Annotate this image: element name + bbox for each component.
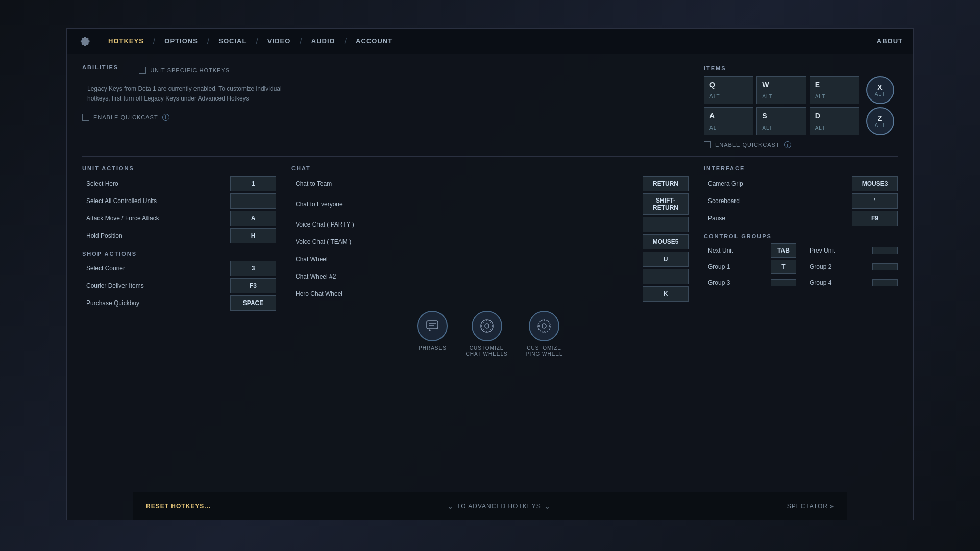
nav-options[interactable]: OPTIONS: [155, 37, 207, 45]
scoreboard-row: Scoreboard ': [704, 193, 898, 209]
hotkey-row-select-all: Select All Controlled Units: [82, 193, 276, 209]
chat-team-key[interactable]: RETURN: [643, 176, 689, 191]
chat-wheel-label: Chat Wheel: [291, 253, 643, 266]
group2-key[interactable]: [872, 263, 898, 270]
cg-row-2: Group 1 T Group 2: [704, 260, 898, 274]
item-key-z[interactable]: Z ALT: [866, 107, 894, 135]
nav-social[interactable]: SOCIAL: [209, 37, 256, 45]
group3-key[interactable]: [771, 279, 796, 286]
svg-point-15: [542, 324, 546, 328]
hotkey-row-quickbuy: Purchase Quickbuy SPACE: [82, 295, 276, 311]
nav-audio[interactable]: AUDIO: [302, 37, 345, 45]
camera-grip-row: Camera Grip MOUSE3: [704, 176, 898, 191]
select-all-key[interactable]: [230, 193, 276, 209]
camera-grip-key[interactable]: MOUSE3: [852, 176, 898, 191]
chat-wheel2-label: Chat Wheel #2: [291, 270, 643, 283]
items-quickcast-checkbox[interactable]: [704, 141, 711, 148]
abilities-section: ABILITIES UNIT SPECIFIC HOTKEYS Legacy K…: [82, 64, 689, 148]
chat-row-hero-wheel: Hero Chat Wheel K: [291, 286, 689, 302]
group4-label: Group 4: [805, 276, 872, 289]
nav-hotkeys[interactable]: HOTKEYS: [99, 37, 153, 45]
control-groups-title: CONTROL GROUPS: [704, 233, 898, 239]
reset-hotkeys-button[interactable]: RESET HOTKEYS...: [146, 503, 211, 510]
unit-actions-title: UNIT ACTIONS: [82, 165, 134, 171]
next-unit-key[interactable]: TAB: [771, 243, 796, 258]
courier-deliver-key[interactable]: F3: [230, 278, 276, 293]
bottom-bar: RESET HOTKEYS... ⌄ TO ADVANCED HOTKEYS ⌄…: [133, 492, 847, 520]
abilities-quickcast-checkbox[interactable]: [82, 114, 89, 121]
chat-wheel2-key[interactable]: [643, 269, 689, 284]
customize-ping-wheel-item[interactable]: CUSTOMIZE PING WHEEL: [526, 311, 563, 357]
chat-icons: PHRASES: [291, 311, 689, 357]
scoreboard-key[interactable]: ': [852, 193, 898, 209]
hold-position-key[interactable]: H: [230, 228, 276, 243]
attack-move-key[interactable]: A: [230, 211, 276, 226]
chat-wheel-key[interactable]: U: [643, 252, 689, 267]
select-courier-label: Select Courier: [82, 262, 230, 275]
svg-line-10: [482, 322, 483, 323]
item-key-q[interactable]: Q ALT: [704, 76, 753, 104]
item-key-x[interactable]: X ALT: [866, 76, 894, 104]
prev-unit-key[interactable]: [872, 247, 898, 254]
group4-key[interactable]: [872, 279, 898, 286]
item-key-x-container: X ALT: [862, 76, 898, 104]
select-all-label: Select All Controlled Units: [82, 194, 230, 208]
select-hero-key[interactable]: 1: [230, 176, 276, 191]
chat-row-wheel2: Chat Wheel #2: [291, 269, 689, 284]
chat-everyone-key[interactable]: SHIFT- RETURN: [643, 193, 689, 215]
chat-row-wheel: Chat Wheel U: [291, 252, 689, 267]
voice-party-key[interactable]: [643, 217, 689, 232]
items-row1: Q ALT W ALT E ALT X ALT: [704, 76, 898, 104]
chat-row-voice-team: Voice Chat ( TEAM ) MOUSE5: [291, 234, 689, 249]
nav-about[interactable]: ABOUT: [877, 37, 903, 45]
item-key-s[interactable]: S ALT: [756, 107, 806, 135]
chat-table: Chat to Team RETURN Chat to Everyone SHI…: [291, 176, 689, 302]
phrases-label: PHRASES: [419, 345, 447, 351]
nav-video[interactable]: VIDEO: [258, 37, 300, 45]
item-key-d[interactable]: D ALT: [810, 107, 859, 135]
chat-title: CHAT: [291, 165, 311, 171]
attack-move-label: Attack Move / Force Attack: [82, 212, 230, 225]
item-key-w[interactable]: W ALT: [756, 76, 806, 104]
hero-chat-wheel-key[interactable]: K: [643, 286, 689, 302]
chevron-left-icon: ⌄: [447, 502, 454, 510]
chevron-right-icon: ⌄: [544, 502, 551, 510]
customize-ping-wheel-icon: [529, 311, 559, 341]
unit-actions-table: Select Hero 1 Select All Controlled Unit…: [82, 176, 276, 243]
chat-row-team: Chat to Team RETURN: [291, 176, 689, 191]
voice-party-label: Voice Chat ( PARTY ): [291, 218, 643, 231]
advanced-hotkeys-label: TO ADVANCED HOTKEYS: [457, 503, 541, 510]
phrases-icon-item[interactable]: PHRASES: [417, 311, 448, 357]
phrases-icon: [417, 311, 448, 341]
item-key-e[interactable]: E ALT: [810, 76, 859, 104]
customize-ping-wheel-label: CUSTOMIZE PING WHEEL: [526, 345, 563, 357]
hotkey-row-hold: Hold Position H: [82, 228, 276, 243]
pause-key[interactable]: F9: [852, 211, 898, 226]
courier-deliver-label: Courier Deliver Items: [82, 279, 230, 292]
spectator-button[interactable]: SPECTATOR »: [787, 503, 834, 510]
customize-chat-wheels-label: CUSTOMIZE CHAT WHEELS: [465, 345, 507, 357]
customize-chat-wheels-item[interactable]: CUSTOMIZE CHAT WHEELS: [465, 311, 507, 357]
item-key-a[interactable]: A ALT: [704, 107, 753, 135]
select-hero-label: Select Hero: [82, 177, 230, 190]
purchase-quickbuy-label: Purchase Quickbuy: [82, 296, 230, 310]
nav-account[interactable]: ACCOUNT: [347, 37, 402, 45]
unit-specific-checkbox[interactable]: [139, 67, 146, 74]
cg-group3-cell: Group 3: [704, 276, 796, 289]
items-quickcast-info[interactable]: i: [784, 141, 791, 148]
abilities-quickcast-row: ENABLE QUICKCAST i: [82, 114, 689, 121]
chat-row-everyone: Chat to Everyone SHIFT- RETURN: [291, 193, 689, 215]
interface-section: INTERFACE Camera Grip MOUSE3 Scoreboard …: [704, 164, 898, 357]
select-courier-key[interactable]: 3: [230, 261, 276, 276]
advanced-hotkeys-button[interactable]: ⌄ TO ADVANCED HOTKEYS ⌄: [447, 502, 551, 510]
group3-label: Group 3: [704, 276, 771, 289]
voice-team-key[interactable]: MOUSE5: [643, 234, 689, 249]
cg-prev-unit-cell: Prev Unit: [805, 244, 898, 257]
content-area: ABILITIES UNIT SPECIFIC HOTKEYS Legacy K…: [67, 54, 913, 492]
group1-key[interactable]: T: [771, 260, 796, 274]
hotkey-row-courier-deliver: Courier Deliver Items F3: [82, 278, 276, 293]
abilities-quickcast-info[interactable]: i: [162, 114, 169, 121]
unit-actions-section: UNIT ACTIONS Select Hero 1 Select All Co…: [82, 164, 276, 357]
purchase-quickbuy-key[interactable]: SPACE: [230, 295, 276, 311]
hero-chat-wheel-label: Hero Chat Wheel: [291, 287, 643, 300]
